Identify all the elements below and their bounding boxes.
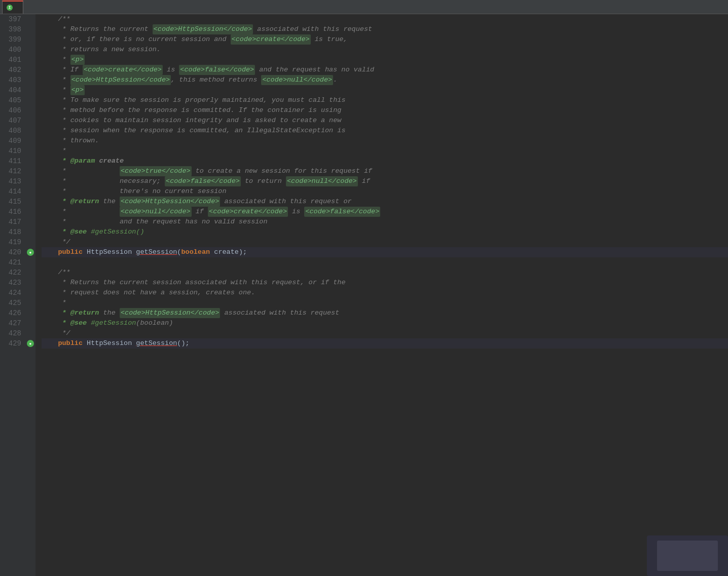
token-comment: associated with this request xyxy=(220,308,339,318)
line-number-416: 416 xyxy=(0,207,25,217)
line-number-424: 424 xyxy=(0,288,25,298)
impl-icon[interactable]: ● xyxy=(27,340,34,347)
line-number-399: 399 xyxy=(0,34,25,45)
code-line-403: * <code>HttpSession</code>, this method … xyxy=(42,75,728,85)
token-comment: the xyxy=(99,197,120,207)
code-line-417: * and the request has no valid session xyxy=(42,217,728,227)
token-comment: is xyxy=(163,65,179,75)
gutter-row-422 xyxy=(25,267,35,278)
gutter-row-405 xyxy=(25,95,35,105)
gutter-row-419 xyxy=(25,237,35,247)
code-line-399: * or, if there is no current session and… xyxy=(42,34,728,45)
code-line-397: /** xyxy=(42,14,728,24)
code-line-423: * Returns the current session associated… xyxy=(42,278,728,288)
token-comment_bold: create xyxy=(95,156,124,166)
line-number-420: 420 xyxy=(0,247,25,257)
code-line-421 xyxy=(42,257,728,267)
line-number-425: 425 xyxy=(0,298,25,308)
code-line-405: * To make sure the session is properly m… xyxy=(42,95,728,105)
gutter-row-403 xyxy=(25,75,35,85)
gutter-row-415 xyxy=(25,197,35,207)
gutter-row-409 xyxy=(25,136,35,146)
token-comment: * thrown. xyxy=(42,136,99,146)
line-number-412: 412 xyxy=(0,166,25,176)
line-number-423: 423 xyxy=(0,278,25,288)
token-comment: * Returns the current xyxy=(42,24,153,34)
gutter-row-404 xyxy=(25,85,35,95)
gutter-row-411 xyxy=(25,156,35,166)
code-line-412: * <code>true</code> to create a new sess… xyxy=(42,166,728,176)
line-number-400: 400 xyxy=(0,45,25,55)
token-code_tag: <p> xyxy=(70,85,85,95)
token-code_tag: <code>HttpSession</code> xyxy=(120,308,220,318)
code-line-416: * <code>null</code> if <code>create</cod… xyxy=(42,207,728,217)
code-line-422: /** xyxy=(42,267,728,278)
token-code_tag: <code>HttpSession</code> xyxy=(153,24,253,34)
token-comment: to create a new session for this request… xyxy=(192,166,372,176)
token-comment: * To make sure the session is properly m… xyxy=(42,95,346,105)
gutter-row-412 xyxy=(25,166,35,176)
line-numbers-column: 397▾398399400401402403404405406407408409… xyxy=(0,14,25,576)
token-comment: * cookies to maintain session integrity … xyxy=(42,116,341,126)
line-number-418: 418 xyxy=(0,227,25,237)
code-line-424: * request does not have a session, creat… xyxy=(42,288,728,298)
token-comment: if xyxy=(358,176,370,186)
token-comment: is xyxy=(288,207,304,217)
gutter-row-416 xyxy=(25,207,35,217)
token-code_tag: <code>false</code> xyxy=(165,176,241,186)
file-tab[interactable]: I xyxy=(2,1,23,14)
line-number-415: 415 xyxy=(0,197,25,207)
gutter-column: ●● xyxy=(25,14,35,576)
code-line-428: */ xyxy=(42,328,728,338)
impl-icon[interactable]: ● xyxy=(27,249,34,256)
token-code_tag: <code>null</code> xyxy=(261,75,333,85)
token-plain: ( xyxy=(177,247,181,257)
editor: 397▾398399400401402403404405406407408409… xyxy=(0,14,728,576)
line-number-397: 397▾ xyxy=(0,14,25,24)
line-number-428: 428 xyxy=(0,328,25,338)
gutter-row-421 xyxy=(25,257,35,267)
token-comment: * and the request has no valid session xyxy=(42,217,268,227)
gutter-row-428 xyxy=(25,328,35,338)
code-line-427: * @see #getSession(boolean) xyxy=(42,318,728,328)
gutter-row-426 xyxy=(25,308,35,318)
gutter-row-418 xyxy=(25,227,35,237)
code-line-411: * @param create xyxy=(42,156,728,166)
token-comment: . xyxy=(333,75,337,85)
gutter-row-399 xyxy=(25,34,35,45)
token-comment_ref: #getSession() xyxy=(87,227,144,237)
code-line-418: * @see #getSession() xyxy=(42,227,728,237)
line-number-417: 417 xyxy=(0,217,25,227)
token-code_tag: <code>false</code> xyxy=(304,207,380,217)
gutter-row-398 xyxy=(25,24,35,34)
token-comment: * there's no current session xyxy=(42,186,227,197)
code-line-426: * @return the <code>HttpSession</code> a… xyxy=(42,308,728,318)
line-number-402: 402 xyxy=(0,65,25,75)
token-comment: the xyxy=(99,308,120,318)
code-area: /** * Returns the current <code>HttpSess… xyxy=(35,14,728,576)
code-line-408: * session when the response is committed… xyxy=(42,126,728,136)
gutter-row-410 xyxy=(25,146,35,156)
code-line-406: * method before the response is committe… xyxy=(42,105,728,116)
code-line-398: * Returns the current <code>HttpSession<… xyxy=(42,24,728,34)
code-line-407: * cookies to maintain session integrity … xyxy=(42,116,728,126)
gutter-row-408 xyxy=(25,126,35,136)
gutter-row-425 xyxy=(25,298,35,308)
token-keyword: public xyxy=(42,338,83,349)
line-number-401: 401 xyxy=(0,55,25,65)
tab-type-icon: I xyxy=(7,5,13,11)
token-comment_at: * @param xyxy=(42,156,95,166)
token-comment_at: * @return xyxy=(42,197,99,207)
token-comment: * xyxy=(42,55,70,65)
token-comment: associated with this request xyxy=(253,24,372,34)
gutter-row-407 xyxy=(25,116,35,126)
minimap xyxy=(647,535,728,576)
line-number-406: 406 xyxy=(0,105,25,116)
line-number-413: 413 xyxy=(0,176,25,186)
token-comment: * xyxy=(42,207,120,217)
gutter-row-424 xyxy=(25,288,35,298)
gutter-row-413 xyxy=(25,176,35,186)
token-comment: * Returns the current session associated… xyxy=(42,278,346,288)
token-comment: */ xyxy=(42,237,70,247)
token-comment: , this method returns xyxy=(171,75,261,85)
